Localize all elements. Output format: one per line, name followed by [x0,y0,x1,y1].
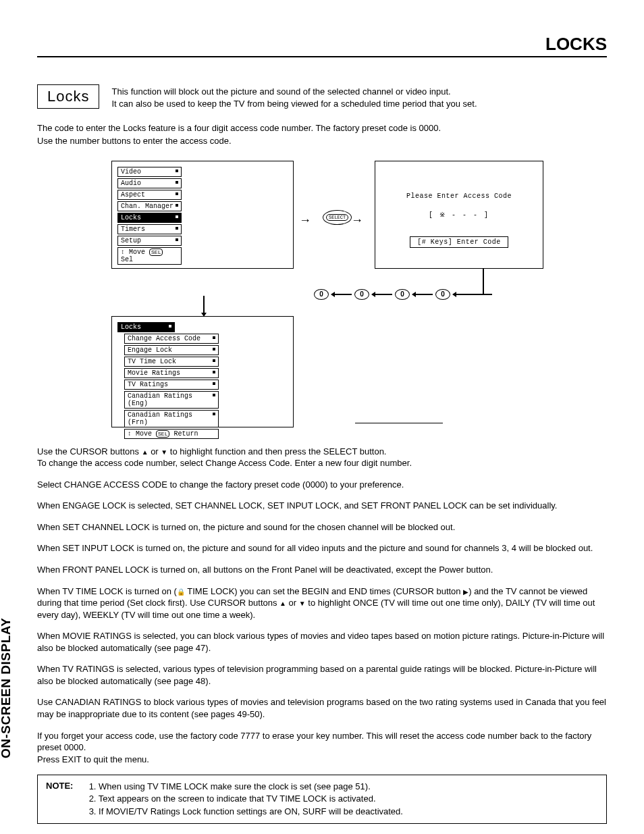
side-tab-label: ON-SCREEN DISPLAY [0,617,14,758]
connector-line [203,296,205,316]
arrow-right-icon: → [351,213,363,228]
paragraph-forget-code: If you forget your access code, use the … [37,730,607,766]
paragraph-change-access-code: Select CHANGE ACCESS CODE to change the … [37,479,607,491]
paragraph-set-channel-lock: When SET CHANNEL LOCK is turned on, the … [37,521,607,533]
code-prompt-text: Please Enter Access Code [375,192,543,200]
remote-zero-button: 0 [314,289,329,300]
submenu-item-tv-time-lock: TV Time Lock [124,357,219,367]
paragraph-set-input-lock: When SET INPUT LOCK is turned on, the pi… [37,542,607,554]
remote-zero-button: 0 [435,289,450,300]
main-menu-screen: Video Audio Aspect Chan. Manager Locks T… [111,161,294,269]
connector-line [355,423,443,424]
up-triangle-icon [279,598,286,608]
intro-line-2: Use the number buttons to enter the acce… [37,136,232,146]
menu-item-audio: Audio [117,178,182,188]
submenu-item-engage-lock: Engage Lock [124,345,219,355]
paragraph-tv-time-lock: When TV TIME LOCK is turned on ( TIME LO… [37,585,607,621]
menu-item-chan-manager: Chan. Manager [117,201,182,211]
body-text: Use the CURSOR buttons or to highlight f… [37,446,607,765]
paragraph-movie-ratings: When MOVIE RATINGS is selected, you can … [37,630,607,654]
zero-buttons-row: 0 0 0 0 [189,289,492,300]
menu-item-video: Video [117,167,182,177]
submenu-item-canadian-eng: Canadian Ratings (Eng) [124,391,219,409]
intro-line-1: The code to enter the Locks feature is a… [37,123,441,133]
select-remote-button: SELECT [323,210,352,225]
note-item-2: 2. Text appears on the screen to indicat… [89,793,403,805]
locks-section-label: Locks [37,84,99,109]
flow-diagram: Video Audio Aspect Chan. Manager Locks T… [37,161,607,438]
desc-line-1: This function will block out the picture… [111,86,450,97]
arrow-left-icon [412,294,433,295]
paragraph-canadian-ratings: Use CANADIAN RATINGS to block various ty… [37,696,607,720]
arrow-left-icon [331,294,352,295]
right-triangle-icon [463,586,468,596]
note-item-1: 1. When using TV TIME LOCK make sure the… [89,781,403,793]
code-entry-field: [ ※ - - - ] [375,211,543,219]
down-triangle-icon [299,598,306,608]
locks-submenu-screen: Locks Change Access Code Engage Lock TV … [111,316,294,427]
paragraph-cursor-instructions: Use the CURSOR buttons or to highlight f… [37,446,607,469]
intro-text: The code to enter the Locks feature is a… [37,122,607,147]
menu-item-timers: Timers [117,224,182,234]
note-label: NOTE: [46,781,86,791]
arrow-left-icon [453,294,492,295]
arrow-right-icon: → [299,213,311,228]
desc-line-2: It can also be used to keep the TV from … [111,99,477,109]
access-code-screen: Please Enter Access Code [ ※ - - - ] [# … [375,161,543,269]
down-triangle-icon [161,446,167,457]
remote-zero-button: 0 [395,289,410,300]
main-menu-hint: ↕ Move SEL Sel [117,247,182,265]
note-item-3: 3. If MOVIE/TV Ratings Lock function set… [89,806,403,818]
remote-zero-button: 0 [354,289,369,300]
menu-item-locks: Locks [117,213,182,223]
menu-item-aspect: Aspect [117,190,182,200]
code-hint-text: [# Keys] Enter Code [410,236,508,248]
note-box: NOTE: 1. When using TV TIME LOCK make su… [37,775,607,824]
arrow-left-icon [372,294,392,295]
locks-submenu-hint: ↕ Move SEL Return [124,429,219,439]
locks-submenu-header: Locks [117,322,175,332]
lock-icon [177,586,185,596]
menu-item-setup: Setup [117,236,182,246]
submenu-item-change-access-code: Change Access Code [124,334,219,344]
locks-section-description: This function will block out the picture… [111,84,477,110]
up-triangle-icon [142,446,149,457]
submenu-item-tv-ratings: TV Ratings [124,380,219,390]
paragraph-tv-ratings: When TV RATINGS is selected, various typ… [37,663,607,687]
submenu-item-movie-ratings: Movie Ratings [124,368,219,378]
submenu-item-canadian-frn: Canadian Ratings (Frn) [124,410,219,427]
page-header-title: LOCKS [37,34,607,57]
paragraph-engage-lock: When ENGAGE LOCK is selected, SET CHANNE… [37,500,607,512]
paragraph-front-panel-lock: When FRONT PANEL LOCK is turned on, all … [37,564,607,576]
